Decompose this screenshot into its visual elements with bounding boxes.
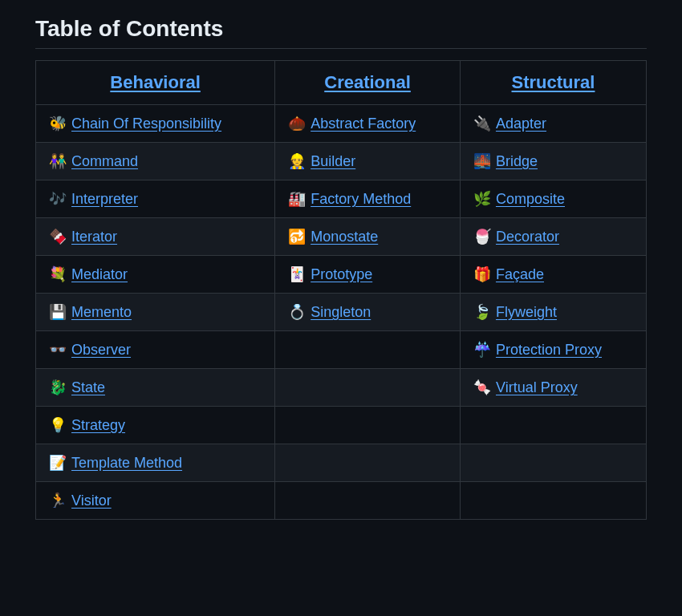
joker-icon: 🃏 (288, 265, 306, 283)
cell-creational-empty (275, 482, 461, 520)
link-singleton[interactable]: Singleton (311, 304, 371, 320)
table-row: 💐Mediator 🃏Prototype 🎁Façade (36, 256, 647, 294)
couple-icon: 👫 (49, 152, 67, 170)
cell-behavioral: 💐Mediator (36, 256, 275, 294)
cell-behavioral: 🎶Interpreter (36, 180, 275, 218)
column-behavioral-link[interactable]: Behavioral (110, 72, 201, 92)
cell-behavioral: 📝Template Method (36, 444, 275, 482)
link-visitor[interactable]: Visitor (71, 492, 112, 509)
cell-structural: 🎁Façade (460, 256, 646, 294)
plug-icon: 🔌 (473, 115, 491, 132)
gift-icon: 🎁 (473, 265, 491, 283)
cell-behavioral: 🏃Visitor (36, 482, 275, 520)
table-row: 🐉State 🍬Virtual Proxy (36, 369, 647, 407)
chestnut-icon: 🌰 (288, 115, 306, 132)
ring-icon: 💍 (288, 303, 306, 321)
runner-icon: 🏃 (49, 492, 67, 509)
link-factory-method[interactable]: Factory Method (311, 191, 411, 207)
table-row: 📝Template Method (36, 444, 647, 482)
link-monostate[interactable]: Monostate (311, 229, 378, 245)
toc-table: Behavioral Creational Structural 🐝Chain … (35, 60, 647, 520)
cell-structural: 🍧Decorator (460, 218, 646, 256)
link-virtual-proxy[interactable]: Virtual Proxy (496, 379, 578, 395)
link-abstract-factory[interactable]: Abstract Factory (311, 116, 416, 132)
cell-behavioral: 💾Memento (36, 294, 275, 331)
column-structural-link[interactable]: Structural (512, 72, 595, 92)
table-row: 🏃Visitor (36, 482, 647, 520)
cell-structural: ☔Protection Proxy (460, 331, 646, 369)
column-creational: Creational (275, 61, 461, 105)
bee-icon: 🐝 (49, 115, 67, 132)
link-bridge[interactable]: Bridge (496, 153, 538, 169)
link-strategy[interactable]: Strategy (71, 417, 125, 433)
cell-behavioral: 👫Command (36, 143, 275, 180)
link-chain-of-responsibility[interactable]: Chain Of Responsibility (71, 116, 221, 132)
cell-structural: 🔌Adapter (460, 105, 646, 143)
musical-notes-icon: 🎶 (49, 190, 67, 208)
link-prototype[interactable]: Prototype (311, 266, 372, 282)
link-template-method[interactable]: Template Method (71, 455, 182, 471)
table-row: 🍫Iterator 🔂Monostate 🍧Decorator (36, 218, 647, 256)
link-protection-proxy[interactable]: Protection Proxy (496, 342, 602, 358)
link-memento[interactable]: Memento (71, 304, 132, 320)
column-structural: Structural (460, 61, 646, 105)
link-iterator[interactable]: Iterator (71, 229, 117, 245)
page-title: Table of Contents (35, 16, 647, 49)
cell-creational-empty (275, 331, 461, 369)
link-flyweight[interactable]: Flyweight (496, 304, 557, 320)
cell-creational: 👷Builder (275, 143, 461, 180)
bridge-icon: 🌉 (473, 152, 491, 170)
lightbulb-icon: 💡 (49, 416, 67, 434)
cell-creational-empty (275, 369, 461, 407)
cell-structural: 🍬Virtual Proxy (460, 369, 646, 407)
cell-structural-empty (460, 444, 646, 482)
link-builder[interactable]: Builder (311, 153, 355, 169)
table-row: 👫Command 👷Builder 🌉Bridge (36, 143, 647, 180)
link-interpreter[interactable]: Interpreter (71, 191, 138, 207)
repeat-one-icon: 🔂 (288, 228, 306, 245)
floppy-disk-icon: 💾 (49, 303, 67, 321)
cell-behavioral: 🍫Iterator (36, 218, 275, 256)
table-row: 🎶Interpreter 🏭Factory Method 🌿Composite (36, 180, 647, 218)
link-composite[interactable]: Composite (496, 191, 565, 207)
cell-structural-empty (460, 482, 646, 520)
eyeglasses-icon: 👓 (49, 341, 67, 359)
chocolate-icon: 🍫 (49, 228, 67, 245)
cell-creational: 💍Singleton (275, 294, 461, 331)
table-row: 🐝Chain Of Responsibility 🌰Abstract Facto… (36, 105, 647, 143)
factory-icon: 🏭 (288, 190, 306, 208)
cell-creational: 🔂Monostate (275, 218, 461, 256)
bouquet-icon: 💐 (49, 265, 67, 283)
link-observer[interactable]: Observer (71, 342, 131, 358)
shaved-ice-icon: 🍧 (473, 228, 491, 245)
link-adapter[interactable]: Adapter (496, 116, 546, 132)
cell-creational: 🏭Factory Method (275, 180, 461, 218)
construction-worker-icon: 👷 (288, 152, 306, 170)
herb-icon: 🌿 (473, 190, 491, 208)
link-state[interactable]: State (71, 379, 105, 395)
column-creational-link[interactable]: Creational (324, 72, 411, 92)
candy-icon: 🍬 (473, 379, 491, 396)
table-row: 💾Memento 💍Singleton 🍃Flyweight (36, 294, 647, 331)
column-behavioral: Behavioral (36, 61, 275, 105)
link-mediator[interactable]: Mediator (71, 266, 128, 282)
dragon-icon: 🐉 (49, 379, 67, 396)
memo-icon: 📝 (49, 454, 67, 472)
link-facade[interactable]: Façade (496, 266, 544, 282)
cell-structural-empty (460, 407, 646, 444)
table-row: 👓Observer ☔Protection Proxy (36, 331, 647, 369)
cell-structural: 🌉Bridge (460, 143, 646, 180)
cell-behavioral: 💡Strategy (36, 407, 275, 444)
cell-creational-empty (275, 407, 461, 444)
cell-structural: 🌿Composite (460, 180, 646, 218)
link-decorator[interactable]: Decorator (496, 229, 559, 245)
cell-behavioral: 🐉State (36, 369, 275, 407)
cell-creational: 🃏Prototype (275, 256, 461, 294)
cell-behavioral: 🐝Chain Of Responsibility (36, 105, 275, 143)
leaf-icon: 🍃 (473, 303, 491, 321)
cell-creational: 🌰Abstract Factory (275, 105, 461, 143)
link-command[interactable]: Command (71, 153, 138, 169)
umbrella-icon: ☔ (473, 341, 491, 359)
cell-behavioral: 👓Observer (36, 331, 275, 369)
cell-structural: 🍃Flyweight (460, 294, 646, 331)
